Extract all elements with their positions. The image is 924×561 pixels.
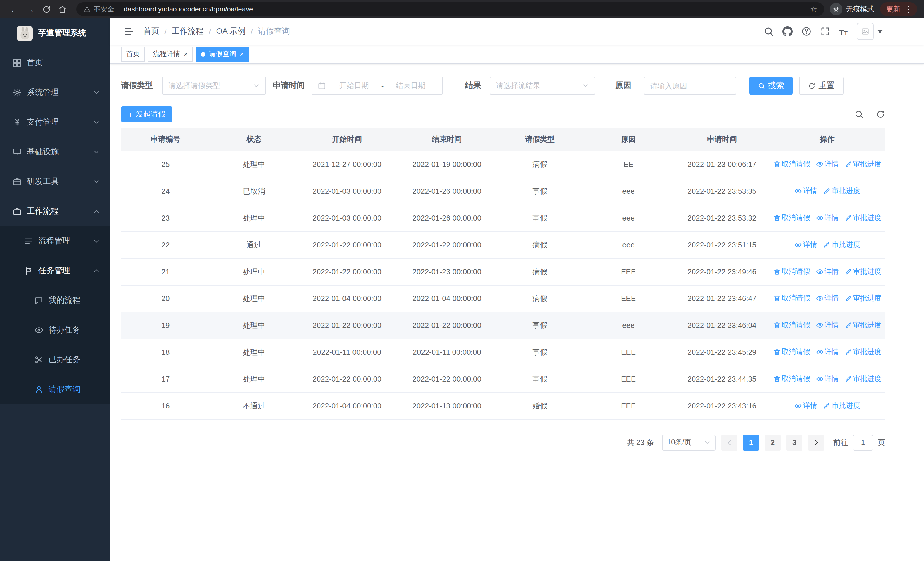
table-cell: 22 — [121, 232, 210, 258]
tab-leave-query[interactable]: 请假查询× — [196, 47, 249, 62]
result-select[interactable]: 请选择流结果 — [490, 77, 595, 95]
tab-close-icon[interactable]: × — [184, 51, 188, 57]
reset-button[interactable]: 重置 — [799, 77, 843, 95]
sidebar-item-done-task[interactable]: 已办任务 — [0, 345, 110, 375]
table-cell: EE — [582, 151, 675, 177]
approval-progress-link[interactable]: 审批进度 — [844, 213, 882, 223]
chevron-down-icon — [93, 149, 100, 155]
table-row: 20处理中2022-01-04 00:00:002022-01-04 00:00… — [121, 285, 885, 312]
help-icon[interactable] — [801, 26, 811, 36]
table-cell: 2022-01-22 23:53:32 — [675, 205, 770, 232]
detail-link[interactable]: 详情 — [816, 213, 838, 223]
sidebar-item-workflow[interactable]: 工作流程 — [0, 197, 110, 226]
approval-progress-link[interactable]: 审批进度 — [844, 320, 882, 330]
approval-progress-link[interactable]: 审批进度 — [823, 186, 860, 196]
apply-time-range-picker[interactable]: 开始日期 - 结束日期 — [312, 77, 443, 95]
search-button[interactable]: 搜索 — [749, 77, 793, 95]
sidebar-item-infrastructure[interactable]: 基础设施 — [0, 137, 110, 167]
cancel-leave-link[interactable]: 取消请假 — [773, 320, 810, 330]
bookmark-star-icon[interactable]: ☆ — [810, 5, 817, 14]
detail-link[interactable]: 详情 — [795, 401, 817, 411]
page-size-select[interactable]: 10条/页 — [662, 435, 716, 450]
tab-process-detail[interactable]: 流程详情× — [148, 47, 193, 62]
page-button-3[interactable]: 3 — [786, 435, 802, 450]
detail-link[interactable]: 详情 — [816, 159, 838, 169]
trash-icon — [773, 295, 780, 302]
browser-refresh-icon[interactable] — [39, 2, 54, 17]
goto-page-input[interactable] — [853, 435, 873, 450]
sidebar-item-leave-query[interactable]: 请假查询 — [0, 375, 110, 405]
detail-link[interactable]: 详情 — [795, 240, 817, 250]
approval-progress-link[interactable]: 审批进度 — [844, 267, 882, 277]
trash-icon — [773, 161, 780, 168]
sidebar-item-home[interactable]: 首页 — [0, 48, 110, 78]
cancel-leave-link[interactable]: 取消请假 — [773, 347, 810, 357]
cancel-leave-link[interactable]: 取消请假 — [773, 294, 810, 303]
breadcrumb-item[interactable]: OA 示例 — [216, 26, 246, 36]
cancel-leave-link[interactable]: 取消请假 — [773, 267, 810, 277]
next-page-button[interactable] — [808, 435, 824, 450]
cancel-leave-link[interactable]: 取消请假 — [773, 213, 810, 223]
approval-progress-link[interactable]: 审批进度 — [844, 347, 882, 357]
sidebar-item-payment-mgmt[interactable]: 支付管理 — [0, 107, 110, 137]
approval-progress-link[interactable]: 审批进度 — [844, 159, 882, 169]
breadcrumb: 首页/工作流程/OA 示例/请假查询 — [143, 26, 290, 36]
page-button-1[interactable]: 1 — [743, 435, 759, 450]
eye-icon — [816, 161, 823, 168]
cancel-leave-link[interactable]: 取消请假 — [773, 159, 810, 169]
detail-link[interactable]: 详情 — [816, 374, 838, 384]
cancel-leave-link[interactable]: 取消请假 — [773, 374, 810, 384]
avatar-caret-icon[interactable] — [877, 30, 883, 33]
breadcrumb-item[interactable]: 首页 — [143, 26, 159, 36]
detail-link[interactable]: 详情 — [816, 320, 838, 330]
approval-progress-link[interactable]: 审批进度 — [844, 374, 882, 384]
detail-link[interactable]: 详情 — [795, 186, 817, 196]
user-avatar[interactable] — [856, 23, 874, 40]
sidebar-item-todo-task[interactable]: 待办任务 — [0, 315, 110, 345]
sidebar-item-dev-tools[interactable]: 研发工具 — [0, 167, 110, 197]
sidebar-item-process-mgmt[interactable]: 流程管理 — [0, 226, 110, 256]
tab-close-icon[interactable]: × — [240, 51, 244, 57]
sidebar-item-task-mgmt[interactable]: 任务管理 — [0, 256, 110, 286]
approval-progress-link[interactable]: 审批进度 — [823, 401, 860, 411]
leave-type-select[interactable]: 请选择请假类型 — [162, 77, 266, 95]
table-row: 22通过2022-01-22 00:00:002022-01-22 00:00:… — [121, 232, 885, 258]
github-icon[interactable] — [782, 26, 792, 36]
tab-home[interactable]: 首页 — [121, 47, 145, 62]
table-cell: 事假 — [498, 312, 582, 339]
sidebar-item-system-mgmt[interactable]: 系统管理 — [0, 78, 110, 107]
eye-icon — [795, 187, 802, 195]
browser-back-icon[interactable]: ← — [7, 2, 22, 17]
approval-progress-link[interactable]: 审批进度 — [823, 240, 860, 250]
address-bar[interactable]: 不安全 dashboard.yudao.iocoder.cn/bpm/oa/le… — [76, 2, 824, 16]
sidebar-item-my-process[interactable]: 我的流程 — [0, 286, 110, 315]
header-search-icon[interactable] — [764, 26, 774, 36]
table-cell: 2022-01-04 00:00:00 — [298, 393, 396, 419]
browser-menu-icon[interactable]: ⋮ — [904, 5, 913, 13]
edit-icon — [844, 349, 852, 356]
detail-link[interactable]: 详情 — [816, 267, 838, 277]
trash-icon — [773, 375, 780, 383]
browser-update-button[interactable]: 更新 ⋮ — [880, 2, 917, 16]
page-button-2[interactable]: 2 — [765, 435, 781, 450]
detail-link[interactable]: 详情 — [816, 347, 838, 357]
fullscreen-icon[interactable] — [820, 26, 830, 36]
browser-forward-icon[interactable]: → — [23, 2, 38, 17]
table-cell: 不通过 — [210, 393, 298, 419]
omnibox-divider — [119, 5, 119, 13]
table-cell: 19 — [121, 312, 210, 339]
table-refresh-icon[interactable] — [876, 110, 885, 119]
table-cell: 2022-01-03 00:00:00 — [298, 205, 396, 232]
reason-input[interactable] — [644, 77, 736, 95]
browser-home-icon[interactable] — [55, 2, 70, 17]
create-leave-button[interactable]: + 发起请假 — [121, 106, 172, 122]
search-icon — [758, 82, 765, 89]
sidebar-toggle-icon[interactable] — [124, 26, 134, 36]
approval-progress-link[interactable]: 审批进度 — [844, 294, 882, 303]
font-size-icon[interactable]: TT — [838, 26, 848, 36]
prev-page-button[interactable] — [722, 435, 737, 450]
breadcrumb-item[interactable]: 工作流程 — [172, 26, 204, 36]
table-cell: 2021-12-27 00:00:00 — [298, 151, 396, 177]
detail-link[interactable]: 详情 — [816, 294, 838, 303]
table-search-toggle-icon[interactable] — [854, 110, 864, 119]
